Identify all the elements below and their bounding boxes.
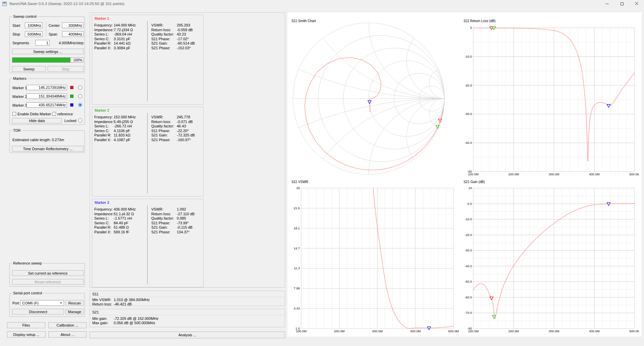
field-label: S11 Phase: (147, 37, 177, 42)
display-setup-button[interactable]: Display setup ... (7, 331, 46, 338)
y-tick-label: -20.0 (465, 233, 472, 237)
field-value: 0.085 (177, 216, 203, 221)
calibration-button[interactable]: Calibration ... (48, 322, 87, 328)
sweep-control-group: Sweep control Start Center Stop Span Seg… (9, 16, 85, 73)
marker-data-row: Series C:4.1106 pFS11 Phase:-22.20° (92, 129, 203, 133)
center-input[interactable] (62, 22, 84, 28)
field-value: -22.20° (177, 129, 203, 133)
marker-data-row: Impedance:7.72-j334 ΩReturn loss:-0.059 … (92, 28, 203, 33)
reset-reference-button[interactable]: Reset reference (12, 279, 84, 285)
marker-data-row: Parallel R:51.488 ΩS21 Gain:-0.115 dB (92, 225, 203, 230)
vswr-chart[interactable]: 100.0M200.0M300.0M400.0M500.0M2521.618.1… (289, 179, 459, 336)
minimize-button[interactable] (600, 0, 614, 7)
marker-data-row: Parallel R:11.833 kΩS21 Gain:-72.325 dB (92, 133, 203, 138)
field-label: Parallel X: (94, 46, 114, 51)
tdr-button[interactable]: Time Domain Reflectometry ... (12, 146, 84, 152)
field-value: 11.833 kΩ (114, 133, 147, 138)
trace (305, 57, 443, 170)
reference-checkbox[interactable] (52, 112, 56, 116)
field-value: 14.441 kΩ (114, 41, 147, 46)
stop-input[interactable] (25, 31, 43, 37)
field-value: 3.3101 pF (114, 37, 147, 42)
group-title: TDR (12, 128, 22, 132)
field-label: Parallel X: (94, 230, 114, 235)
field-value: 4.1106 pF (114, 129, 147, 133)
summary-row: Return loss: -46.421 dB (90, 302, 285, 306)
minimize-icon (605, 4, 609, 4)
marker1-input[interactable] (26, 85, 67, 90)
marker-data-row: Series L:-1.5771 nHQuality factor:0.085 (92, 216, 203, 221)
rescan-button[interactable]: Rescan (66, 300, 84, 306)
marker1-label: Marker 1 (12, 86, 27, 90)
field-value: -0.115 dB (177, 225, 203, 230)
field-label: Impedance: (94, 28, 114, 33)
marker1-radio[interactable] (78, 85, 82, 90)
start-label: Start (12, 23, 20, 27)
port-select[interactable]: COM6 (F) (20, 300, 64, 306)
progress-fill (12, 58, 70, 62)
field-value: -27.110 dB (177, 212, 203, 217)
return-loss-chart[interactable]: 100.0M200.0M300.0M400.0M500.0M0-10.0-20.… (462, 18, 639, 177)
marker2-radio[interactable] (78, 94, 82, 98)
field-label: Series C: (94, 221, 114, 226)
sweep-progress-bar: 100% (12, 57, 84, 63)
y-tick-label: -50 (467, 170, 472, 173)
marker-data-row: Parallel X:4.1087 pFS21 Phase:-160.97° (92, 138, 203, 142)
enable-delta-marker-checkbox[interactable] (12, 112, 16, 116)
y-tick-label: 0 (470, 26, 472, 30)
serial-port-group: Serial port control Port COM6 (F) Rescan… (9, 293, 85, 317)
gain-chart[interactable]: 100.0M200.0M300.0M400.0M500.0M100.0-10.0… (462, 179, 639, 336)
marker-data-row: Frequency:152.000 MHzVSWR:245.778 (92, 115, 203, 120)
marker3-color-swatch (70, 103, 73, 107)
about-button[interactable]: About ... (48, 331, 87, 338)
disconnect-button[interactable]: Disconnect (12, 309, 64, 314)
s21-summary-title: S21 (92, 310, 99, 314)
marker-data-row: Series C:3.3101 pFS11 Phase:-17.02° (92, 37, 203, 42)
field-label: Series L: (94, 216, 114, 221)
close-button[interactable] (629, 0, 644, 7)
return-loss-chart-panel: S11 Return Loss (dB) 100.0M200.0M300.0M4… (462, 18, 639, 177)
field-label: Min VSWR: (92, 298, 114, 302)
field-value: 5.49-j255 Ω (114, 120, 147, 124)
field-label: Quality factor: (147, 124, 177, 129)
group-title: Serial port control (12, 291, 43, 295)
sweep-settings-button[interactable]: Sweep settings ... (12, 49, 84, 54)
markers-group: Markers Marker 1 Marker 2 Marker 3 Enabl… (9, 78, 85, 125)
start-input[interactable] (25, 22, 43, 28)
marker3-data-rows: Frequency:436.000 MHzVSWR:1.092Impedance… (92, 207, 203, 234)
field-value: -46.421 dB (114, 302, 132, 306)
field-value: 1.010 @ 384.000MHz (114, 298, 150, 302)
marker3-radio[interactable] (78, 103, 82, 107)
sweep-button[interactable]: Sweep (12, 66, 46, 72)
field-label: S21 Phase: (147, 138, 177, 142)
set-reference-button[interactable]: Set current as reference (12, 270, 84, 276)
manage-button[interactable]: Manage (66, 309, 84, 314)
field-value: 4.1087 pF (114, 138, 147, 142)
analysis-button[interactable]: Analysis ... (90, 332, 285, 338)
field-label: Frequency: (94, 115, 114, 120)
field-value: -17.02° (177, 37, 203, 42)
smith-chart[interactable] (289, 18, 448, 177)
field-value: -1.5771 nH (114, 216, 147, 221)
span-input[interactable] (62, 31, 84, 37)
field-label: S21 Phase: (147, 46, 177, 51)
stop-button[interactable]: Stop (48, 66, 84, 72)
files-button[interactable]: Files (7, 322, 45, 328)
field-value: 144.000 MHz (114, 23, 147, 28)
s11-summary-rows: Min VSWR: 1.010 @ 384.000MHz Return loss… (90, 298, 285, 306)
hide-data-button[interactable]: Hide data (12, 118, 62, 123)
maximize-button[interactable] (614, 0, 629, 7)
x-tick-label: 200.0M (508, 172, 519, 176)
span-label: Span (49, 32, 57, 36)
segments-input[interactable] (35, 40, 50, 46)
summary-row: Min VSWR: 1.010 @ 384.000MHz (90, 298, 285, 302)
marker1-data-box: Marker 1 Frequency:144.000 MHzVSWR:295.2… (92, 15, 204, 105)
marker3-input[interactable] (26, 102, 67, 108)
chart-marker (490, 297, 493, 300)
y-tick-label: -30.0 (465, 248, 472, 252)
marker2-input[interactable] (26, 94, 67, 99)
field-label: S21 Gain: (147, 133, 177, 138)
locked-radio[interactable] (78, 118, 82, 122)
marker-data-row: Frequency:436.000 MHzVSWR:1.092 (92, 207, 203, 212)
marker3-data-title: Marker 3 (95, 200, 109, 205)
